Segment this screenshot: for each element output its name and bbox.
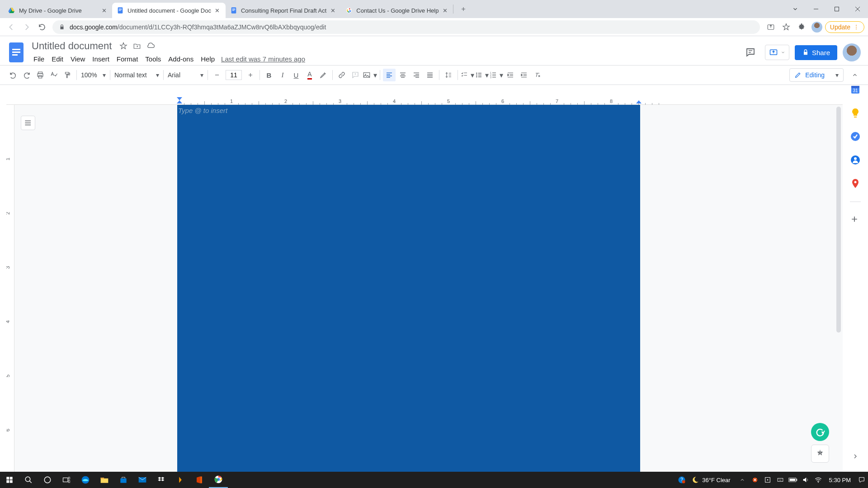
browser-tab-consulting[interactable]: Consulting Report Final Draft Act ✕: [226, 3, 341, 18]
last-edit-link[interactable]: Last edit was 7 minutes ago: [221, 55, 305, 63]
align-right-button[interactable]: [410, 69, 423, 81]
extensions-icon[interactable]: [794, 20, 809, 34]
left-indent-marker[interactable]: [176, 97, 183, 104]
back-button[interactable]: [4, 19, 19, 35]
store-app[interactable]: [114, 472, 133, 488]
menu-help[interactable]: Help: [197, 54, 218, 64]
bookmark-icon[interactable]: [779, 20, 793, 34]
close-icon[interactable]: ✕: [329, 7, 336, 14]
align-justify-button[interactable]: [424, 69, 436, 81]
clear-format-button[interactable]: [531, 69, 544, 81]
start-button[interactable]: [0, 472, 19, 488]
share-button[interactable]: Share: [795, 45, 837, 60]
side-panel-toggle[interactable]: [848, 449, 863, 464]
notifications-tray-icon[interactable]: [855, 472, 868, 488]
profile-avatar-small[interactable]: [811, 22, 822, 33]
search-button[interactable]: [19, 472, 38, 488]
align-center-button[interactable]: [396, 69, 409, 81]
highlight-button[interactable]: [317, 69, 330, 81]
minimize-button[interactable]: [806, 0, 826, 18]
dropbox-app[interactable]: [152, 472, 171, 488]
font-select[interactable]: Arial▾: [166, 69, 205, 81]
text-color-button[interactable]: A: [303, 69, 316, 81]
browser-tab-help[interactable]: Contact Us - Google Drive Help ✕: [341, 3, 453, 18]
clock[interactable]: 5:30 PM: [825, 477, 855, 483]
security-tray-icon[interactable]: [749, 472, 761, 488]
weather-widget[interactable]: 36°F Clear: [691, 476, 730, 484]
winamp-app[interactable]: [171, 472, 190, 488]
numbered-list-button[interactable]: 123▾: [490, 69, 503, 81]
explore-button[interactable]: [811, 445, 829, 463]
vertical-ruler[interactable]: 123456: [6, 105, 14, 472]
profile-avatar[interactable]: [843, 43, 861, 61]
cloud-status-icon[interactable]: [145, 41, 156, 52]
editing-mode-button[interactable]: Editing▾: [789, 68, 844, 82]
align-left-button[interactable]: [383, 69, 396, 81]
tab-search-button[interactable]: [785, 0, 806, 18]
menu-format[interactable]: Format: [113, 54, 142, 64]
image-button[interactable]: ▾: [363, 69, 377, 81]
menu-file[interactable]: File: [30, 54, 48, 64]
new-tab-button[interactable]: [457, 3, 470, 15]
print-button[interactable]: [34, 69, 47, 81]
mail-app[interactable]: [133, 472, 152, 488]
taskview-button[interactable]: [57, 472, 76, 488]
share-page-icon[interactable]: [764, 20, 778, 34]
checklist-button[interactable]: ▾: [461, 69, 474, 81]
edge-app[interactable]: [76, 472, 95, 488]
tasks-icon[interactable]: [850, 131, 861, 142]
cortana-button[interactable]: [38, 472, 57, 488]
calendar-icon[interactable]: 31: [850, 84, 861, 95]
move-icon[interactable]: [132, 41, 142, 52]
spellcheck-button[interactable]: [47, 69, 60, 81]
outline-button[interactable]: [21, 116, 35, 130]
wifi-tray-icon[interactable]: [812, 472, 825, 488]
close-window-button[interactable]: [847, 0, 868, 18]
maximize-button[interactable]: [826, 0, 847, 18]
office-app[interactable]: [190, 472, 209, 488]
menu-edit[interactable]: Edit: [48, 54, 67, 64]
paint-format-button[interactable]: [61, 69, 74, 81]
increase-font-button[interactable]: [244, 69, 257, 81]
right-indent-marker[interactable]: [636, 97, 642, 104]
present-button[interactable]: [765, 45, 789, 60]
star-icon[interactable]: [118, 41, 129, 52]
comment-button[interactable]: [349, 69, 362, 81]
reload-button[interactable]: [34, 19, 50, 35]
bold-button[interactable]: B: [263, 69, 275, 81]
close-icon[interactable]: ✕: [100, 7, 108, 14]
style-select[interactable]: Normal text▾: [113, 69, 161, 81]
docs-logo[interactable]: [7, 40, 25, 65]
horizontal-ruler[interactable]: 12345678: [6, 97, 843, 105]
increase-indent-button[interactable]: [518, 69, 530, 81]
underline-button[interactable]: U: [290, 69, 302, 81]
comments-button[interactable]: [741, 43, 760, 61]
undo-button[interactable]: [7, 69, 19, 81]
menu-insert[interactable]: Insert: [89, 54, 113, 64]
decrease-indent-button[interactable]: [504, 69, 517, 81]
help-tray-icon[interactable]: ?: [672, 472, 691, 488]
line-spacing-button[interactable]: [442, 69, 455, 81]
close-icon[interactable]: ✕: [441, 7, 448, 14]
browser-tab-drive[interactable]: My Drive - Google Drive ✕: [4, 3, 112, 18]
add-addon-button[interactable]: [850, 215, 861, 225]
url-input[interactable]: docs.google.com/document/d/1LCCy3h-RQf3h…: [52, 20, 760, 34]
menu-addons[interactable]: Add-ons: [165, 54, 197, 64]
chrome-app[interactable]: [209, 472, 228, 488]
keep-icon[interactable]: [850, 108, 861, 118]
input-tray-icon[interactable]: [774, 472, 787, 488]
vertical-scrollbar[interactable]: [836, 107, 841, 333]
volume-tray-icon[interactable]: [799, 472, 812, 488]
tray-expand-icon[interactable]: [736, 472, 749, 488]
update-button[interactable]: Update: [825, 21, 864, 33]
font-size-input[interactable]: 11: [226, 70, 242, 80]
zoom-select[interactable]: 100%▾: [79, 69, 108, 81]
browser-tab-docs-untitled[interactable]: Untitled document - Google Doc ✕: [112, 3, 226, 18]
redo-button[interactable]: [20, 69, 33, 81]
italic-button[interactable]: I: [276, 69, 289, 81]
menu-tools[interactable]: Tools: [142, 54, 165, 64]
decrease-font-button[interactable]: [211, 69, 223, 81]
menu-view[interactable]: View: [67, 54, 89, 64]
link-button[interactable]: [335, 69, 348, 81]
explorer-app[interactable]: [95, 472, 114, 488]
